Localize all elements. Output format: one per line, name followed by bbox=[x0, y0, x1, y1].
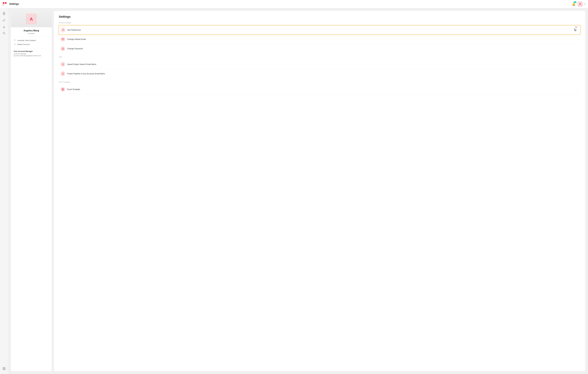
sidebar-icons bbox=[0, 8, 8, 374]
change-password-chevron: › bbox=[578, 47, 579, 50]
svg-line-6 bbox=[4, 20, 5, 20]
my-preferences-icon-wrap bbox=[61, 28, 66, 33]
change-email-icon-wrap bbox=[60, 37, 65, 42]
svg-rect-15 bbox=[3, 369, 4, 370]
profile-card: A Angelica Wang Architect Australia, New… bbox=[11, 11, 52, 371]
alert-section-label: Alert bbox=[59, 56, 580, 58]
profile-role: Architect bbox=[14, 33, 49, 34]
svg-rect-16 bbox=[4, 369, 5, 370]
general-settings-label: General Settings bbox=[59, 22, 580, 24]
account-manager-section: Your Account Manager Account Manager you… bbox=[11, 48, 52, 59]
sidebar-item-key[interactable] bbox=[1, 17, 7, 23]
excel-section-label: Excel Template bbox=[59, 81, 580, 83]
sidebar-item-grid[interactable] bbox=[1, 366, 7, 371]
person-icon bbox=[14, 43, 16, 45]
saved-search-chevron: › bbox=[578, 63, 579, 65]
profile-name: Angelica Wang bbox=[14, 29, 49, 32]
profile-card-header: A bbox=[11, 11, 52, 27]
pipeline-alerts-label: Project Pipeline & Key Accounts Email Al… bbox=[67, 73, 577, 75]
my-preferences-label: My Preferences bbox=[67, 29, 578, 31]
pipeline-alerts-chevron: › bbox=[578, 73, 579, 75]
svg-point-18 bbox=[63, 29, 63, 30]
settings-panel: Settings General Settings My Preferences bbox=[54, 11, 585, 371]
settings-item-pipeline-alerts[interactable]: Project Pipeline & Key Accounts Email Al… bbox=[59, 69, 580, 78]
excel-template-chevron: › bbox=[578, 88, 579, 90]
user-avatar-button[interactable]: A bbox=[578, 1, 583, 7]
account-manager-role: Account Manager bbox=[14, 53, 49, 55]
profile-avatar-large: A bbox=[26, 14, 37, 24]
navbar: Settings 22 🔔 A ▾ bbox=[0, 0, 588, 8]
svg-point-21 bbox=[63, 49, 63, 49]
sidebar-item-clipboard[interactable] bbox=[1, 11, 7, 16]
svg-rect-13 bbox=[3, 367, 4, 368]
settings-item-change-password[interactable]: Change Password › bbox=[59, 44, 580, 53]
svg-point-17 bbox=[15, 44, 15, 44]
settings-item-change-email[interactable]: Change Default Email › bbox=[59, 35, 580, 44]
notification-button[interactable]: 22 🔔 bbox=[571, 2, 576, 6]
svg-line-5 bbox=[5, 20, 5, 20]
change-email-chevron: › bbox=[578, 38, 579, 40]
sidebar-item-search[interactable] bbox=[1, 31, 7, 36]
notification-badge: 22 bbox=[574, 1, 577, 3]
logo-grid-icon bbox=[3, 2, 7, 6]
excel-template-label: Excel Template bbox=[67, 88, 577, 90]
pipeline-alerts-icon-wrap bbox=[60, 71, 65, 76]
bell-icon: 🔔 bbox=[572, 3, 575, 6]
account-manager-title: Your Account Manager bbox=[14, 50, 49, 52]
chevron-down-icon[interactable]: ▾ bbox=[584, 3, 585, 5]
profile-location: Australia, New Zealand bbox=[17, 39, 36, 41]
profile-card-body: Angelica Wang Architect Australia, New Z… bbox=[11, 27, 52, 48]
settings-item-my-preferences[interactable]: My Preferences bbox=[59, 25, 581, 35]
profile-account-type: Master Account bbox=[17, 43, 30, 45]
profile-location-row: Australia, New Zealand bbox=[14, 38, 49, 42]
page-title: Settings bbox=[9, 3, 571, 5]
flag-icon bbox=[14, 39, 16, 42]
content-area: A Angelica Wang Architect Australia, New… bbox=[8, 8, 588, 374]
change-password-icon-wrap bbox=[60, 46, 65, 51]
settings-item-excel-template[interactable]: Excel Template › bbox=[59, 85, 580, 94]
svg-rect-22 bbox=[62, 88, 64, 90]
change-email-label: Change Default Email bbox=[67, 38, 577, 40]
settings-item-saved-search[interactable]: Saved Project Search Email Alerts › bbox=[59, 60, 580, 69]
app-logo bbox=[3, 2, 7, 6]
svg-rect-14 bbox=[4, 367, 5, 368]
settings-title: Settings bbox=[59, 15, 580, 19]
svg-point-3 bbox=[3, 20, 4, 21]
excel-template-icon-wrap bbox=[60, 87, 65, 92]
sidebar-item-chart[interactable] bbox=[1, 24, 7, 29]
profile-account-row: Master Account bbox=[14, 42, 49, 46]
account-manager-email: youraccountmanager@bcicentral.com bbox=[14, 55, 49, 57]
main-layout: A Angelica Wang Architect Australia, New… bbox=[0, 8, 588, 374]
saved-search-icon-wrap bbox=[60, 62, 65, 67]
saved-search-label: Saved Project Search Email Alerts bbox=[67, 63, 577, 65]
svg-rect-0 bbox=[4, 12, 4, 13]
change-password-label: Change Password bbox=[67, 47, 577, 50]
navbar-actions: 22 🔔 A ▾ bbox=[571, 1, 585, 7]
svg-line-12 bbox=[4, 34, 5, 34]
